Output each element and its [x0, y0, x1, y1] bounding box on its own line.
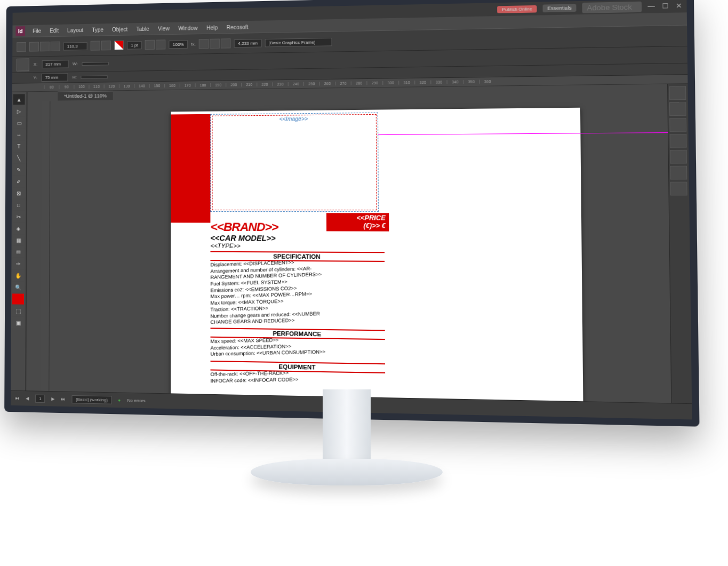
ctrl-icon[interactable]	[156, 39, 165, 49]
canvas-area[interactable]: *Untitled-1 @ 110% <<Image>> <<PRICE (€)…	[41, 84, 671, 413]
red-sidebar-block[interactable]	[171, 114, 210, 223]
price-line2: (€)>> €	[330, 222, 385, 230]
hand-tool-icon[interactable]: ✋	[12, 270, 24, 281]
toolbox: ▲ ▷ ▭ ↔ T ╲ ✎ ✐ ⊠ □ ✂ ◈ ▦ ✉ ✑ ✋ 🔍 ⬚ ▣	[11, 92, 27, 400]
menu-layout[interactable]: Layout	[64, 26, 86, 34]
free-transform-tool-icon[interactable]: ◈	[13, 223, 25, 234]
ctrl-icon[interactable]	[29, 42, 39, 51]
last-page-icon[interactable]: ⏭	[61, 397, 66, 402]
ctrl-icon[interactable]	[91, 41, 100, 50]
gradient-tool-icon[interactable]: ▦	[13, 235, 25, 245]
stroke-panel-icon[interactable]	[670, 134, 687, 148]
model-placeholder[interactable]: <<CAR MODEL>>	[210, 234, 275, 243]
h-field[interactable]	[81, 75, 108, 79]
prev-page-icon[interactable]: ◀	[26, 396, 29, 401]
dimension-field[interactable]: 4,233 mm	[234, 39, 261, 47]
perf-body[interactable]: Max speed: <<MAX SPEED>> Acceleration: <…	[211, 335, 385, 358]
scissors-tool-icon[interactable]: ✂	[13, 211, 25, 222]
y-field[interactable]: 75 mm	[42, 73, 68, 82]
price-box[interactable]: <<PRICE (€)>> €	[326, 213, 389, 231]
menu-view[interactable]: View	[155, 24, 173, 33]
preflight-status[interactable]: No errors	[127, 398, 145, 403]
image-placeholder-frame[interactable]: <<Image>>	[210, 113, 379, 212]
preflight-style[interactable]: [Basic] (working)	[72, 395, 111, 404]
menu-edit[interactable]: Edit	[46, 26, 62, 34]
rectangle-frame-tool-icon[interactable]: ⊠	[13, 188, 25, 198]
selection-tool-icon[interactable]: ▲	[13, 94, 25, 105]
monitor-frame: Publish Online Essentials — ☐ ✕ Id File …	[4, 0, 699, 427]
y-label: Y:	[34, 75, 37, 80]
stroke-weight-field[interactable]: 1 pt	[127, 41, 142, 50]
menu-file[interactable]: File	[29, 27, 44, 35]
toolbox-secondary	[26, 92, 42, 401]
zoom-field[interactable]: 110,3	[63, 42, 87, 50]
menu-type[interactable]: Type	[89, 26, 107, 34]
ctrl-icon[interactable]	[51, 42, 60, 51]
w-field[interactable]	[82, 62, 109, 66]
menu-table[interactable]: Table	[133, 25, 152, 33]
first-page-icon[interactable]: ⏮	[15, 396, 19, 401]
brand-placeholder[interactable]: <<BRAND>>	[210, 220, 278, 234]
next-page-icon[interactable]: ▶	[52, 396, 55, 401]
page-tool-icon[interactable]: ▭	[13, 117, 25, 128]
cc-libraries-panel-icon[interactable]	[670, 182, 687, 196]
zoom-tool-icon[interactable]: 🔍	[12, 282, 24, 292]
default-fill-stroke-icon[interactable]: ⬚	[12, 305, 24, 316]
publish-online-button[interactable]: Publish Online	[497, 5, 537, 13]
layers-panel-icon[interactable]	[669, 102, 686, 116]
pages-panel-icon[interactable]	[669, 86, 686, 100]
x-field[interactable]: 317 mm	[42, 60, 68, 68]
opacity-field[interactable]: 100%	[169, 40, 188, 49]
object-style-field[interactable]: [Basic Graphics Frame]	[265, 37, 332, 46]
right-panel-dock	[667, 84, 692, 413]
stand-neck	[323, 389, 371, 464]
minimize-icon[interactable]: —	[647, 2, 655, 10]
image-placeholder-label: <<Image>>	[211, 113, 378, 123]
monitor-bezel: Publish Online Essentials — ☐ ✕ Id File …	[4, 0, 699, 427]
effects-label[interactable]: fx.	[191, 42, 196, 46]
menu-help[interactable]: Help	[203, 23, 221, 32]
ctrl-icon[interactable]	[145, 40, 155, 50]
links-panel-icon[interactable]	[669, 118, 686, 132]
stock-search-input[interactable]	[582, 1, 642, 13]
rectangle-tool-icon[interactable]: □	[13, 200, 25, 210]
type-placeholder[interactable]: <<TYPE>>	[210, 242, 241, 249]
menu-window[interactable]: Window	[175, 23, 201, 32]
ctrl-icon[interactable]	[40, 42, 50, 51]
app-window: Publish Online Essentials — ☐ ✕ Id File …	[11, 0, 692, 419]
swatches-panel-icon[interactable]	[670, 166, 687, 180]
view-mode-icon[interactable]: ▣	[12, 317, 24, 328]
ctrl-icon[interactable]	[221, 38, 231, 49]
ref-point-icon[interactable]	[17, 42, 26, 52]
type-tool-icon[interactable]: T	[13, 141, 25, 152]
document-tab[interactable]: *Untitled-1 @ 110%	[58, 91, 113, 100]
document-page[interactable]: <<Image>> <<PRICE (€)>> € <<BRAND>> <<CA…	[171, 108, 583, 413]
fill-stroke-icon[interactable]	[114, 41, 124, 50]
note-tool-icon[interactable]: ✉	[12, 246, 24, 257]
x-label: X:	[34, 62, 38, 67]
ctrl-icon[interactable]	[101, 41, 111, 50]
window-controls: — ☐ ✕	[647, 2, 682, 10]
ctrl-icon[interactable]	[199, 39, 209, 49]
maximize-icon[interactable]: ☐	[662, 2, 669, 10]
menu-recosoft[interactable]: Recosoft	[223, 23, 252, 31]
line-tool-icon[interactable]: ╲	[13, 153, 25, 163]
document-content: <<Image>> <<PRICE (€)>> € <<BRAND>> <<CA…	[171, 113, 384, 413]
price-line1: <<PRICE	[330, 214, 385, 222]
workspace-switcher[interactable]: Essentials	[542, 4, 576, 12]
app-icon: Id	[15, 26, 25, 36]
equip-body[interactable]: Off-the-rack: <<OFF-THE-RACK>> INFOCAR c…	[211, 369, 386, 385]
close-icon[interactable]: ✕	[676, 2, 682, 10]
menu-object[interactable]: Object	[109, 25, 131, 34]
reference-grid-icon[interactable]	[17, 58, 29, 71]
color-panel-icon[interactable]	[670, 150, 687, 164]
gap-tool-icon[interactable]: ↔	[13, 129, 25, 140]
pencil-tool-icon[interactable]: ✐	[13, 176, 25, 187]
pen-tool-icon[interactable]: ✎	[13, 164, 25, 175]
fill-swatch-icon[interactable]	[12, 293, 24, 304]
page-number-field[interactable]: 1	[35, 395, 45, 403]
direct-selection-tool-icon[interactable]: ▷	[13, 106, 25, 116]
ctrl-icon[interactable]	[210, 39, 220, 49]
eyedropper-tool-icon[interactable]: ✑	[12, 258, 24, 269]
spec-body[interactable]: Displacement: <<DISPLACEMENT>> Arrangeme…	[210, 257, 385, 326]
